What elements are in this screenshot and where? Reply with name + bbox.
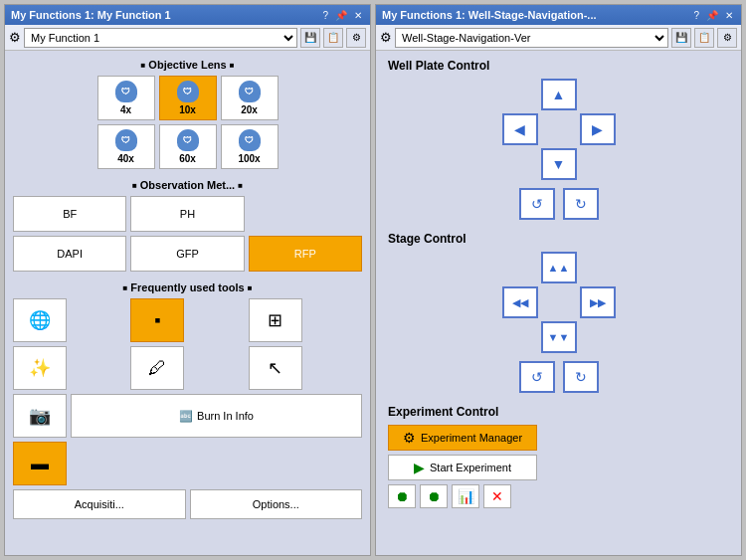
- wp-down-btn[interactable]: ▼: [541, 148, 577, 180]
- stage-nav-grid: ▲▲ ◀◀ ▶▶ ▼▼: [388, 252, 729, 353]
- left-title: My Functions 1: My Function 1: [11, 9, 171, 21]
- exp-icon-green2-btn[interactable]: ⏺: [420, 484, 448, 508]
- start-experiment-btn[interactable]: ▶ Start Experiment: [388, 455, 537, 480]
- sc-rotate-left-btn[interactable]: ↺: [519, 361, 555, 393]
- tool-record-btn[interactable]: ▬: [13, 442, 67, 485]
- lens-40x-btn[interactable]: 🛡 40x: [97, 124, 155, 169]
- stage-rotate-row: ↺ ↻: [388, 361, 729, 393]
- well-plate-rotate-row: ↺ ↻: [388, 188, 729, 220]
- red-x-icon: ✕: [491, 488, 503, 504]
- tool-cursor-btn[interactable]: ↖: [249, 346, 302, 390]
- tool-sparkle-btn[interactable]: ✨: [13, 346, 67, 390]
- frequently-used-title: Frequently used tools: [123, 281, 253, 293]
- burn-info-label: Burn In Info: [197, 410, 254, 422]
- wp-rotate-right-btn[interactable]: ↻: [563, 188, 599, 220]
- obs-ph-btn[interactable]: PH: [130, 196, 244, 232]
- observation-title: Observation Met...: [132, 179, 243, 191]
- experiment-title: Experiment Control: [388, 405, 729, 419]
- wp-up-btn[interactable]: ▲: [541, 79, 577, 110]
- experiment-section: Experiment Control ⚙ Experiment Manager …: [388, 405, 729, 508]
- lens-10x-label: 10x: [179, 104, 196, 115]
- wp-left-btn[interactable]: ◀: [502, 113, 538, 145]
- obs-rfp-btn[interactable]: RFP: [249, 236, 362, 272]
- tool-burn-info-btn[interactable]: 🔤 Burn In Info: [71, 394, 362, 438]
- obs-gfp-btn[interactable]: GFP: [130, 236, 244, 272]
- right-close-btn[interactable]: ✕: [723, 10, 735, 21]
- wp-rotate-left-btn[interactable]: ↺: [519, 188, 555, 220]
- left-toolbar: ⚙ My Function 1 💾 📋 ⚙: [5, 25, 370, 51]
- right-save-btn[interactable]: 💾: [671, 28, 691, 48]
- sparkle-icon: ✨: [29, 357, 51, 379]
- right-pin-btn[interactable]: 📌: [704, 10, 720, 21]
- right-panel: My Functions 1: Well-Stage-Navigation-..…: [375, 4, 742, 556]
- sc-left-fast-btn[interactable]: ◀◀: [502, 286, 538, 318]
- lens-20x-label: 20x: [241, 104, 258, 115]
- right-titlebar: My Functions 1: Well-Stage-Navigation-..…: [376, 5, 741, 25]
- acquisiti-btn[interactable]: Acquisiti...: [13, 489, 186, 519]
- toolbar-save-btn[interactable]: 💾: [300, 28, 320, 48]
- objective-lens-grid: 🛡 4x 🛡 10x 🛡 20x 🛡 40x 🛡 60x: [97, 76, 279, 169]
- tool-wand-btn[interactable]: 🖊: [130, 346, 184, 390]
- split-icon: ▪: [154, 310, 160, 331]
- obs-dapi-btn[interactable]: DAPI: [13, 236, 126, 272]
- left-content: Objective Lens 🛡 4x 🛡 10x 🛡 20x 🛡 40x: [5, 51, 370, 555]
- lens-40x-label: 40x: [117, 153, 134, 164]
- options-btn[interactable]: Options...: [190, 489, 363, 519]
- right-titlebar-controls: ? 📌 ✕: [691, 10, 735, 21]
- tools-row2: ✨ 🖊 ↖: [13, 346, 362, 390]
- record-icon: ▬: [31, 454, 49, 474]
- lens-100x-btn[interactable]: 🛡 100x: [221, 124, 279, 169]
- tool-split-btn[interactable]: ▪: [130, 298, 184, 342]
- lens-100x-icon: 🛡: [239, 129, 261, 151]
- left-titlebar: My Functions 1: My Function 1 ? 📌 ✕: [5, 5, 370, 25]
- observation-section: Observation Met... BF PH DAPI GFP RFP: [13, 179, 362, 272]
- sc-down-fast-btn[interactable]: ▼▼: [541, 321, 577, 353]
- right-function-select[interactable]: Well-Stage-Navigation-Ver: [395, 28, 668, 48]
- toolbar-settings-btn[interactable]: ⚙: [346, 28, 366, 48]
- tool-grid-btn[interactable]: ⊞: [249, 298, 302, 342]
- globe-icon: 🌐: [29, 309, 51, 331]
- experiment-manager-btn[interactable]: ⚙ Experiment Manager: [388, 425, 537, 451]
- chart-icon: 📊: [458, 488, 474, 504]
- right-settings-btn[interactable]: ⚙: [717, 28, 737, 48]
- right-export-btn[interactable]: 📋: [694, 28, 714, 48]
- tools-row3: 📷 🔤 Burn In Info: [13, 394, 362, 438]
- cursor-icon: ↖: [268, 357, 282, 379]
- lens-60x-btn[interactable]: 🛡 60x: [159, 124, 217, 169]
- exp-manager-label: Experiment Manager: [421, 432, 522, 444]
- sc-right-fast-btn[interactable]: ▶▶: [580, 286, 616, 318]
- lens-40x-icon: 🛡: [115, 129, 137, 151]
- right-func-icon: ⚙: [380, 30, 392, 45]
- right-help-btn[interactable]: ?: [691, 10, 701, 21]
- exp-icon-redx-btn[interactable]: ✕: [483, 484, 511, 508]
- lens-4x-btn[interactable]: 🛡 4x: [97, 76, 155, 120]
- left-panel: My Functions 1: My Function 1 ? 📌 ✕ ⚙ My…: [4, 4, 371, 556]
- exp-manager-icon: ⚙: [403, 430, 416, 446]
- tool-globe-btn[interactable]: 🌐: [13, 298, 67, 342]
- objective-lens-section: Objective Lens 🛡 4x 🛡 10x 🛡 20x 🛡 40x: [13, 59, 362, 169]
- function-select[interactable]: My Function 1: [24, 28, 297, 48]
- close-btn[interactable]: ✕: [352, 10, 364, 21]
- exp-icon-green1-btn[interactable]: ⏺: [388, 484, 416, 508]
- lens-100x-label: 100x: [238, 153, 260, 164]
- left-titlebar-controls: ? 📌 ✕: [320, 10, 364, 21]
- lens-10x-btn[interactable]: 🛡 10x: [159, 76, 217, 120]
- tools-row1: 🌐 ▪ ⊞: [13, 298, 362, 342]
- help-btn[interactable]: ?: [320, 10, 330, 21]
- wand-icon: 🖊: [148, 358, 166, 379]
- wp-center: [541, 113, 577, 145]
- frequently-used-section: Frequently used tools 🌐 ▪ ⊞ ✨ �: [13, 281, 362, 519]
- sc-up-fast-btn[interactable]: ▲▲: [541, 252, 577, 283]
- pin-btn[interactable]: 📌: [333, 10, 349, 21]
- tool-camera-btn[interactable]: 📷: [13, 394, 67, 438]
- obs-bf-btn[interactable]: BF: [13, 196, 126, 232]
- toolbar-export-btn[interactable]: 📋: [323, 28, 343, 48]
- start-exp-label: Start Experiment: [430, 462, 511, 473]
- exp-icon-chart-btn[interactable]: 📊: [452, 484, 479, 508]
- sc-rotate-right-btn[interactable]: ↻: [563, 361, 599, 393]
- green-circle1-icon: ⏺: [395, 488, 409, 504]
- wp-right-btn[interactable]: ▶: [580, 113, 616, 145]
- tools-row5: Acquisiti... Options...: [13, 489, 362, 519]
- lens-20x-btn[interactable]: 🛡 20x: [221, 76, 279, 120]
- well-plate-title: Well Plate Control: [388, 59, 729, 73]
